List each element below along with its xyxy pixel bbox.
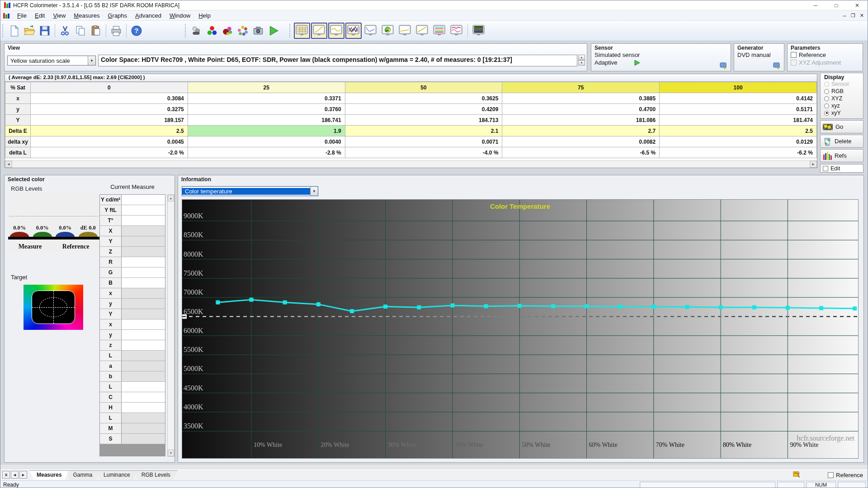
menu-edit[interactable]: Edit xyxy=(31,11,49,20)
display-radio-xyz[interactable]: XYZ xyxy=(822,95,861,102)
view-gamma-flat-button[interactable] xyxy=(397,23,413,39)
measure-row-value[interactable] xyxy=(122,382,165,392)
table-horizontal-scrollbar[interactable]: ◄ ► xyxy=(5,160,817,168)
table-cell[interactable]: 189.157 xyxy=(31,115,188,126)
menu-advanced[interactable]: Advanced xyxy=(131,11,165,20)
tab-measures[interactable]: Measures xyxy=(29,470,69,480)
measure-row-value[interactable] xyxy=(122,267,165,277)
measure-row-value[interactable] xyxy=(122,216,165,225)
new-document-button[interactable] xyxy=(6,23,22,38)
table-cell[interactable]: 2.5 xyxy=(31,126,188,136)
close-button[interactable]: ✕ xyxy=(847,0,868,10)
view-measures-grid-button[interactable] xyxy=(294,23,310,39)
table-cell[interactable]: -2.0 % xyxy=(31,147,188,158)
table-cell[interactable]: 2.5 xyxy=(660,126,817,136)
run-measures-button[interactable] xyxy=(266,23,281,38)
current-measure-scrollbar[interactable]: ▲ ▼ xyxy=(167,194,175,457)
table-cell[interactable]: -4.0 % xyxy=(345,147,502,158)
measure-row-value[interactable] xyxy=(122,392,165,402)
scroll-left-icon[interactable]: ◄ xyxy=(5,161,12,168)
view-rgb-levels-button[interactable] xyxy=(345,23,362,39)
view-gamma-curve-button[interactable] xyxy=(311,23,327,39)
scale-dropdown[interactable]: Yellow saturation scale ▼ xyxy=(7,56,96,66)
close-tab-button[interactable]: X xyxy=(2,471,10,479)
table-cell[interactable]: 0.3371 xyxy=(188,93,345,104)
primaries-measure-button[interactable] xyxy=(220,23,235,38)
mdi-restore-icon[interactable]: ❐ xyxy=(851,13,855,19)
measure-row-value[interactable] xyxy=(122,309,165,319)
table-cell[interactable]: 184.713 xyxy=(345,115,502,126)
table-cell[interactable]: -2.8 % xyxy=(188,147,345,158)
measure-row-value[interactable] xyxy=(122,403,165,413)
view-gamma-diag-button[interactable] xyxy=(414,23,430,39)
table-cell[interactable]: 0.4142 xyxy=(660,93,817,104)
menu-window[interactable]: Window xyxy=(165,11,194,20)
measure-row-value[interactable] xyxy=(122,330,165,340)
cut-button[interactable] xyxy=(57,23,73,38)
table-cell[interactable]: 0.4209 xyxy=(345,104,502,115)
view-saturation-lines-button[interactable] xyxy=(448,23,465,39)
table-cell[interactable]: 0.0129 xyxy=(660,136,817,147)
measure-row-value[interactable] xyxy=(122,247,165,257)
measure-row-value[interactable] xyxy=(122,434,165,444)
table-cell[interactable]: 0.3625 xyxy=(345,93,502,104)
table-cell[interactable]: 0.0082 xyxy=(502,136,660,147)
save-button[interactable] xyxy=(37,23,52,38)
measure-row-value[interactable] xyxy=(122,236,165,246)
measure-row-value[interactable] xyxy=(122,288,165,298)
table-cell[interactable]: 0.0071 xyxy=(345,136,502,147)
table-cell[interactable]: 181.474 xyxy=(660,115,817,126)
reference-checkbox[interactable]: Reference xyxy=(788,52,863,59)
checkbox-icon[interactable] xyxy=(791,52,797,58)
information-dropdown[interactable]: Color temperature ▼ xyxy=(182,186,318,196)
view-nearwhite-curve-button[interactable] xyxy=(328,23,344,39)
measure-row-value[interactable] xyxy=(122,195,165,205)
next-tab-button[interactable]: ► xyxy=(19,471,27,479)
table-cell[interactable]: 0.3084 xyxy=(31,93,188,104)
menu-file[interactable]: File xyxy=(13,11,31,20)
spinner-up-icon[interactable]: ▲ xyxy=(578,55,585,60)
tab-rgb-levels[interactable]: RGB Levels xyxy=(134,470,178,480)
bottom-reference-checkbox[interactable]: Reference xyxy=(828,472,863,479)
measure-row-value[interactable] xyxy=(122,361,165,371)
chevron-down-icon[interactable]: ▼ xyxy=(310,187,318,196)
continuous-measure-button[interactable] xyxy=(235,23,250,38)
display-radio-xyy[interactable]: xyY xyxy=(822,109,861,117)
sensor-run-icon[interactable] xyxy=(634,60,640,66)
checkbox-icon[interactable] xyxy=(828,472,834,478)
edit-checkbox[interactable]: Edit xyxy=(820,164,863,173)
radio-icon[interactable] xyxy=(824,96,829,101)
table-cell[interactable]: -6.2 % xyxy=(660,147,817,158)
measure-row-value[interactable] xyxy=(122,257,165,267)
open-file-button[interactable] xyxy=(22,23,37,38)
mdi-minimize-icon[interactable]: ─ xyxy=(843,13,846,19)
menu-measures[interactable]: Measures xyxy=(70,11,104,20)
delete-button[interactable]: Delete xyxy=(820,135,863,148)
spinner-down-icon[interactable]: ▼ xyxy=(578,60,585,66)
display-radio-xyz[interactable]: xyz xyxy=(822,102,861,109)
radio-icon[interactable] xyxy=(824,103,829,108)
table-cell[interactable]: 2.1 xyxy=(345,126,502,136)
scroll-down-icon[interactable]: ▼ xyxy=(168,450,174,456)
measure-row-value[interactable] xyxy=(122,351,165,361)
measure-row-value[interactable] xyxy=(122,278,165,288)
table-cell[interactable]: -6.5 % xyxy=(502,147,660,158)
measure-row-value[interactable] xyxy=(122,299,165,309)
generator-configure-icon[interactable] xyxy=(773,62,781,70)
scroll-right-icon[interactable]: ► xyxy=(810,161,817,168)
measure-row-value[interactable] xyxy=(122,319,165,329)
rgb-measure-button[interactable] xyxy=(204,23,220,38)
about-help-button[interactable]: ? xyxy=(129,23,144,38)
view-cie-diagram-button[interactable] xyxy=(380,23,396,39)
go-button[interactable]: Go xyxy=(820,120,863,133)
measure-row-value[interactable] xyxy=(122,340,165,350)
measure-row-value[interactable] xyxy=(122,226,165,236)
measure-row-value[interactable] xyxy=(122,413,165,423)
capture-button[interactable] xyxy=(250,23,266,38)
table-cell[interactable]: 0.5171 xyxy=(660,104,817,115)
table-cell[interactable]: 0.0045 xyxy=(31,136,188,147)
sensor-configure-icon[interactable] xyxy=(720,62,728,70)
sensor-config-button[interactable] xyxy=(189,23,204,38)
view-luminance-curve-button[interactable] xyxy=(363,23,379,39)
paste-button[interactable] xyxy=(88,23,104,38)
